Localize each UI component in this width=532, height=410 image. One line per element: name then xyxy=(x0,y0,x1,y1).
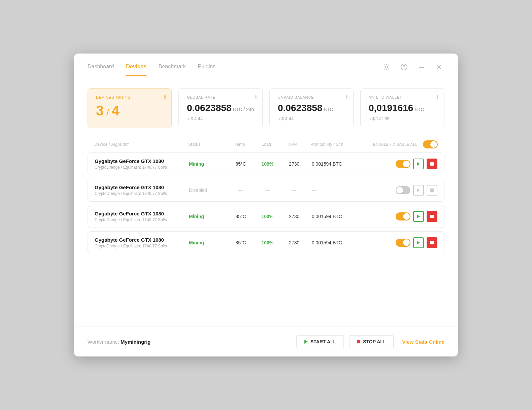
tab-plugins[interactable]: Plugins xyxy=(198,64,215,76)
device-info: Gygabyte GeForce GTX 1080 CryptoDredge /… xyxy=(95,237,189,248)
table-row: Gygabyte GeForce GTX 1080 CryptoDredge /… xyxy=(88,231,444,254)
col-header-status: Status xyxy=(188,142,226,147)
devices-label: DEVICES MINING xyxy=(96,95,163,99)
device-toggle[interactable] xyxy=(396,160,410,168)
minimize-icon xyxy=(418,64,425,70)
global-rate-label: GLOBAL RATE xyxy=(187,95,254,99)
device-status: Mining xyxy=(189,213,227,219)
col-header-device: Device / Algorithm xyxy=(94,142,188,147)
device-load: 100% xyxy=(255,240,280,245)
stop-all-button[interactable]: STOP ALL xyxy=(349,335,394,348)
start-all-button[interactable]: START ALL xyxy=(296,335,344,348)
unpaid-balance-subvalue: ≈ $ 4.44 xyxy=(278,116,345,121)
table-row: Gygabyte GeForce GTX 1080 CryptoDredge /… xyxy=(88,205,444,228)
help-button[interactable] xyxy=(399,62,409,72)
devices-current: 3 xyxy=(96,103,104,118)
tab-devices[interactable]: Devices xyxy=(126,64,146,76)
tab-dashboard[interactable]: Dashboard xyxy=(88,64,114,76)
device-status: Mining xyxy=(189,161,227,167)
device-actions xyxy=(374,237,437,248)
btc-wallet-card: ℹ MY BTC WALLET 0,0191616BTC ≈ $ 141,69 xyxy=(360,88,444,128)
device-profit: --- xyxy=(308,187,375,193)
devices-total: 4 xyxy=(112,103,120,118)
device-rpm: 2730 xyxy=(280,240,308,245)
btc-wallet-subvalue: ≈ $ 141,69 xyxy=(369,116,436,121)
stop-icon xyxy=(430,162,434,166)
svg-point-2 xyxy=(404,68,404,69)
main-window: Dashboard Devices Benchmark Plugins xyxy=(74,54,458,356)
device-stop-button[interactable] xyxy=(427,185,437,196)
device-profit: 0.001594 BTC xyxy=(308,161,375,167)
col-header-temp: Temp xyxy=(226,142,254,147)
device-algo: CryptoDredge / Equihash: 1740.77 Sol/s xyxy=(95,191,189,196)
status-value: Mining xyxy=(189,161,204,167)
close-button[interactable] xyxy=(434,62,444,72)
nav-icons xyxy=(381,62,444,78)
table-row: Gygabyte GeForce GTX 1080 CryptoDredge /… xyxy=(88,152,444,175)
device-play-button[interactable] xyxy=(413,159,424,169)
device-info: Gygabyte GeForce GTX 1080 CryptoDredge /… xyxy=(95,158,189,170)
device-toggle[interactable] xyxy=(396,186,410,194)
device-toggle[interactable] xyxy=(396,212,410,220)
device-algo: CryptoDredge / Equihash: 1740.77 Sol/s xyxy=(95,244,189,248)
enable-disable-all-toggle[interactable] xyxy=(423,140,438,148)
device-info: Gygabyte GeForce GTX 1080 CryptoDredge /… xyxy=(95,184,189,196)
view-stats-button[interactable]: View Stats Online xyxy=(402,339,444,345)
table-header: Device / Algorithm Status Temp Load RPM … xyxy=(88,140,444,152)
devices-mining-card: ℹ DEVICES MINING 3 / 4 xyxy=(88,88,172,128)
stop-icon xyxy=(430,215,434,218)
device-profit: 0.001594 BTC xyxy=(308,240,375,246)
device-rpm: 2730 xyxy=(280,214,308,219)
device-rpm: 2730 xyxy=(280,161,308,167)
device-load: --- xyxy=(255,187,280,193)
footer: Worker name: Myminingrig START ALL STOP … xyxy=(74,327,458,356)
device-play-button[interactable] xyxy=(413,237,424,248)
device-temp: 85°C xyxy=(227,240,255,245)
settings-button[interactable] xyxy=(381,62,392,72)
stop-icon xyxy=(430,189,434,192)
btc-wallet-label: MY BTC WALLET xyxy=(369,95,436,99)
device-toggle[interactable] xyxy=(396,239,410,247)
minimize-button[interactable] xyxy=(416,62,427,72)
play-icon xyxy=(417,189,420,192)
table-row: Gygabyte GeForce GTX 1080 CryptoDredge /… xyxy=(88,179,444,202)
device-actions xyxy=(374,159,437,169)
global-rate-card: ℹ GLOBAL RATE 0.0623858BTC / 24h ≈ $ 4.4… xyxy=(178,88,263,128)
device-algo: CryptoDredge / Equihash: 1740.77 Sol/s xyxy=(95,165,189,170)
play-icon xyxy=(417,162,420,166)
device-actions xyxy=(374,185,437,196)
svg-point-0 xyxy=(386,66,388,68)
unpaid-balance-label: UNPAID BALANCE xyxy=(278,95,345,99)
stop-icon xyxy=(430,241,434,244)
devices-count: 3 / 4 xyxy=(96,103,163,119)
question-icon xyxy=(401,64,407,70)
start-all-play-icon xyxy=(304,340,308,344)
footer-actions: START ALL STOP ALL View Stats Online xyxy=(296,335,444,348)
device-status: Disabled xyxy=(189,187,227,193)
col-header-actions: ENABLE / DISABLE ALL xyxy=(373,140,438,148)
status-value: Mining xyxy=(189,214,204,219)
device-stop-button[interactable] xyxy=(427,159,437,169)
tab-benchmark[interactable]: Benchmark xyxy=(159,64,186,76)
device-play-button[interactable] xyxy=(413,185,424,196)
device-algo: CryptoDredge / Equihash: 1740.77 Sol/s xyxy=(95,217,189,222)
device-stop-button[interactable] xyxy=(427,237,437,248)
device-name: Gygabyte GeForce GTX 1080 xyxy=(95,184,189,190)
device-play-button[interactable] xyxy=(413,211,424,222)
col-header-load: Load xyxy=(254,142,279,147)
stats-row: ℹ DEVICES MINING 3 / 4 ℹ GLOBAL RATE 0.0… xyxy=(88,88,444,128)
global-rate-subvalue: ≈ $ 4.44 xyxy=(187,116,254,121)
device-temp: 85°C xyxy=(227,161,255,167)
unpaid-balance-card: ℹ UNPAID BALANCE 0.0623858BTC ≈ $ 4.44 xyxy=(269,88,354,128)
close-icon xyxy=(436,64,442,70)
play-icon xyxy=(417,241,420,244)
devices-slash: / xyxy=(104,107,111,117)
gear-icon xyxy=(383,64,390,70)
btc-wallet-value: 0,0191616BTC xyxy=(369,103,436,113)
status-value: Mining xyxy=(189,240,204,245)
device-load: 100% xyxy=(255,214,280,219)
device-rpm: --- xyxy=(280,187,308,193)
device-actions xyxy=(374,211,437,222)
stop-all-stop-icon xyxy=(357,340,360,343)
device-stop-button[interactable] xyxy=(427,211,437,222)
